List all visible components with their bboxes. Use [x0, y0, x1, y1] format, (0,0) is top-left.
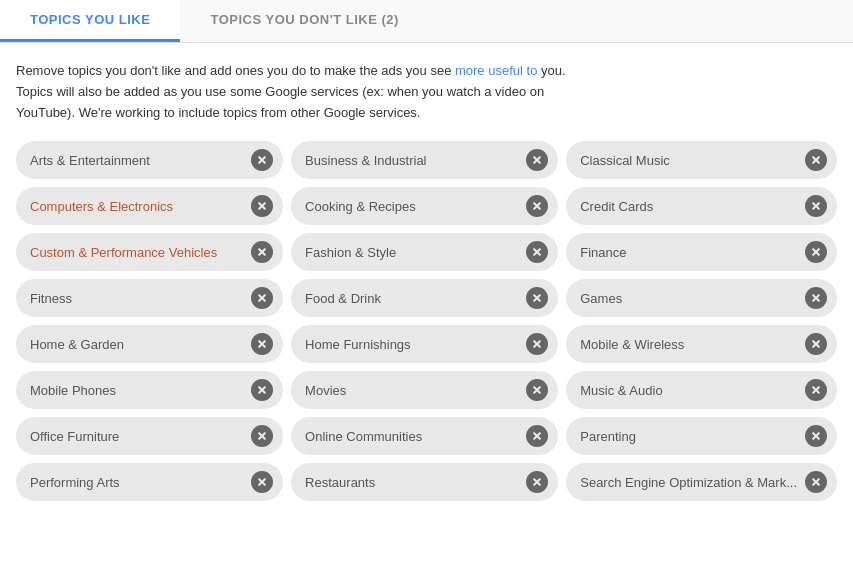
- topic-label: Classical Music: [580, 153, 797, 168]
- topic-label: Cooking & Recipes: [305, 199, 518, 214]
- topic-chip: Arts & Entertainment: [16, 141, 283, 179]
- topic-chip: Home & Garden: [16, 325, 283, 363]
- topic-label: Movies: [305, 383, 518, 398]
- remove-topic-button[interactable]: [805, 471, 827, 493]
- topic-label: Online Communities: [305, 429, 518, 444]
- topic-label: Home Furnishings: [305, 337, 518, 352]
- remove-topic-button[interactable]: [805, 195, 827, 217]
- remove-topic-button[interactable]: [251, 195, 273, 217]
- topic-label: Fitness: [30, 291, 243, 306]
- topic-chip: Classical Music: [566, 141, 837, 179]
- topic-chip: Search Engine Optimization & Mark...: [566, 463, 837, 501]
- topics-grid: Arts & EntertainmentBusiness & Industria…: [0, 137, 853, 517]
- topic-chip: Cooking & Recipes: [291, 187, 558, 225]
- topic-chip: Finance: [566, 233, 837, 271]
- remove-topic-button[interactable]: [526, 287, 548, 309]
- remove-topic-button[interactable]: [251, 425, 273, 447]
- topic-label: Business & Industrial: [305, 153, 518, 168]
- topic-chip: Custom & Performance Vehicles: [16, 233, 283, 271]
- topic-label: Home & Garden: [30, 337, 243, 352]
- topic-label: Performing Arts: [30, 475, 243, 490]
- description-text: Remove topics you don't like and add one…: [0, 43, 620, 137]
- topic-label: Restaurants: [305, 475, 518, 490]
- topic-label: Office Furniture: [30, 429, 243, 444]
- topic-label: Credit Cards: [580, 199, 797, 214]
- topic-label: Music & Audio: [580, 383, 797, 398]
- remove-topic-button[interactable]: [526, 195, 548, 217]
- remove-topic-button[interactable]: [251, 471, 273, 493]
- remove-topic-button[interactable]: [251, 287, 273, 309]
- remove-topic-button[interactable]: [251, 379, 273, 401]
- remove-topic-button[interactable]: [805, 287, 827, 309]
- remove-topic-button[interactable]: [526, 149, 548, 171]
- topic-chip: Music & Audio: [566, 371, 837, 409]
- topic-chip: Performing Arts: [16, 463, 283, 501]
- remove-topic-button[interactable]: [251, 333, 273, 355]
- topic-label: Food & Drink: [305, 291, 518, 306]
- topic-chip: Credit Cards: [566, 187, 837, 225]
- tab-dislike-label: TOPICS YOU DON'T LIKE: [210, 12, 377, 27]
- topic-chip: Games: [566, 279, 837, 317]
- remove-topic-button[interactable]: [805, 149, 827, 171]
- topic-chip: Food & Drink: [291, 279, 558, 317]
- topic-label: Arts & Entertainment: [30, 153, 243, 168]
- topic-chip: Parenting: [566, 417, 837, 455]
- topic-chip: Mobile Phones: [16, 371, 283, 409]
- desc-link1: more useful to: [455, 63, 537, 78]
- topic-chip: Office Furniture: [16, 417, 283, 455]
- topic-chip: Business & Industrial: [291, 141, 558, 179]
- tab-bar: TOPICS YOU LIKE TOPICS YOU DON'T LIKE(2): [0, 0, 853, 43]
- remove-topic-button[interactable]: [251, 241, 273, 263]
- topic-chip: Mobile & Wireless: [566, 325, 837, 363]
- tab-topics-dislike[interactable]: TOPICS YOU DON'T LIKE(2): [180, 0, 428, 42]
- topic-label: Finance: [580, 245, 797, 260]
- remove-topic-button[interactable]: [805, 333, 827, 355]
- topic-chip: Restaurants: [291, 463, 558, 501]
- topic-chip: Computers & Electronics: [16, 187, 283, 225]
- topic-chip: Home Furnishings: [291, 325, 558, 363]
- topic-label: Search Engine Optimization & Mark...: [580, 475, 797, 490]
- tab-dislike-count: (2): [381, 12, 398, 27]
- remove-topic-button[interactable]: [805, 425, 827, 447]
- topic-chip: Movies: [291, 371, 558, 409]
- desc-part1: Remove topics you don't like and add one…: [16, 63, 455, 78]
- topic-label: Fashion & Style: [305, 245, 518, 260]
- remove-topic-button[interactable]: [526, 425, 548, 447]
- remove-topic-button[interactable]: [526, 241, 548, 263]
- tabs-container: TOPICS YOU LIKE TOPICS YOU DON'T LIKE(2): [0, 0, 853, 43]
- remove-topic-button[interactable]: [526, 379, 548, 401]
- topic-label: Parenting: [580, 429, 797, 444]
- topic-label: Custom & Performance Vehicles: [30, 245, 243, 260]
- topic-label: Mobile & Wireless: [580, 337, 797, 352]
- topic-label: Mobile Phones: [30, 383, 243, 398]
- remove-topic-button[interactable]: [805, 379, 827, 401]
- topic-chip: Fashion & Style: [291, 233, 558, 271]
- tab-topics-like[interactable]: TOPICS YOU LIKE: [0, 0, 180, 42]
- remove-topic-button[interactable]: [526, 471, 548, 493]
- remove-topic-button[interactable]: [251, 149, 273, 171]
- topic-chip: Fitness: [16, 279, 283, 317]
- topic-chip: Online Communities: [291, 417, 558, 455]
- topic-label: Games: [580, 291, 797, 306]
- topic-label: Computers & Electronics: [30, 199, 243, 214]
- remove-topic-button[interactable]: [805, 241, 827, 263]
- remove-topic-button[interactable]: [526, 333, 548, 355]
